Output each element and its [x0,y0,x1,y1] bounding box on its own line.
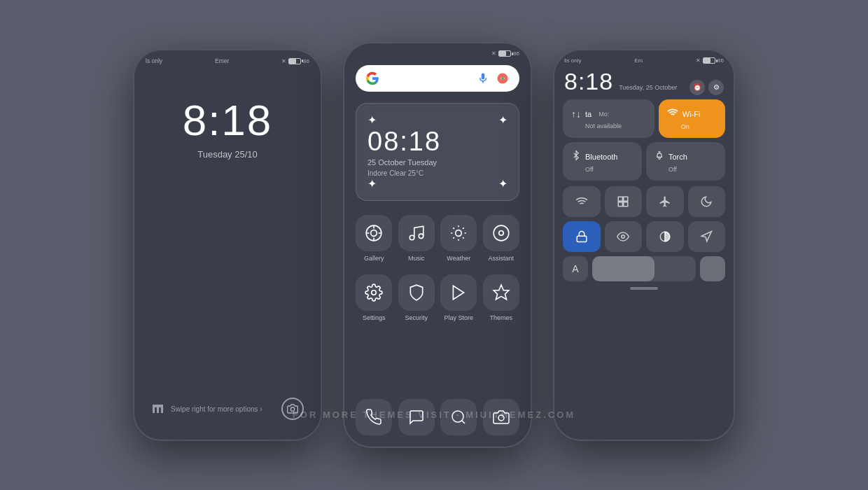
app-assistant[interactable]: Assistant [483,215,520,262]
cc-bluetooth-icon [571,150,581,163]
weather-label: Weather [447,255,470,262]
home-battery-icon [498,50,511,57]
cc-lock-btn[interactable] [563,221,601,252]
cc-wifi-title: Wi-Fi [682,110,701,118]
widget-corner-bottom: ✦ ✦ [368,177,507,190]
cc-bluetooth-tile[interactable]: Bluetooth Off [563,142,642,181]
voice-search-icon[interactable] [476,71,490,85]
swipe-text: Swipe right for more options › [171,405,262,413]
cc-home-indicator[interactable] [630,287,658,290]
svg-rect-18 [619,202,623,206]
phone-1-lockscreen: ls only Emer ✕ 86 8:18 Tuesday 25/10 [133,49,322,441]
security-label: Security [405,314,428,321]
lockscreen: ls only Emer ✕ 86 8:18 Tuesday 25/10 [134,50,321,440]
lens-search-icon[interactable] [496,71,510,85]
phone-3-controlcenter: lls only Em ✕ 86 8:18 Tuesday, 25 Octobe… [553,49,735,441]
widget-corner-bl-icon: ✦ [368,177,377,190]
cc-time-row: 8:18 Tuesday, 25 October ⏰ ⚙ [554,66,734,99]
cc-time-display: 8:18 [564,68,613,95]
app-playstore[interactable]: Play Store [440,274,477,321]
svg-point-8 [493,225,509,241]
search-action-icons [476,71,510,85]
cc-brightness-fill [592,256,654,281]
cc-header-icons: ⏰ ⚙ [690,80,724,95]
cc-wifi-status: On [667,123,717,130]
homescreen: ✕ 86 [344,43,531,447]
mi-logo-icon [151,402,165,416]
widget-corner-br-icon: ✦ [498,177,507,190]
cc-contrast-btn[interactable] [646,221,684,252]
gallery-icon [356,215,392,251]
cc-small-row-1 [554,186,734,217]
playstore-label: Play Store [444,314,473,321]
cc-data-subtitle: Mo: [598,111,609,118]
cc-data-title: ta [585,110,592,118]
svg-marker-11 [454,286,464,300]
cc-status-middle: Em [634,57,643,64]
cc-status-bar: lls only Em ✕ 86 [554,50,734,66]
cc-alarm-icon[interactable]: ⏰ [690,80,705,95]
app-themes[interactable]: Themes [483,274,520,321]
cc-torch-status: Off [654,166,717,173]
lock-time: 8:18 [134,95,321,145]
cc-wifi-tile[interactable]: Wi-Fi On [659,99,725,138]
phone-2-homescreen: ✕ 86 [343,42,532,448]
app-settings[interactable]: Settings [356,274,393,321]
home-status-right: ✕ 86 [491,50,519,57]
cc-torch-tile[interactable]: Torch Off [646,142,725,181]
google-logo-icon [365,71,379,85]
cc-settings-icon[interactable]: ⚙ [708,80,724,95]
svg-point-5 [410,235,414,240]
svg-rect-19 [624,202,628,206]
svg-rect-20 [577,236,587,241]
app-gallery[interactable]: Gallery [356,215,393,262]
assistant-label: Assistant [488,255,514,262]
cc-battery-icon [703,57,715,64]
svg-point-7 [456,230,462,237]
cc-torch-icon [654,150,664,163]
cc-moon-btn[interactable] [688,186,726,217]
cc-row-1: ↑↓ ta Mo: Not available Wi-Fi [554,99,734,138]
cc-location-btn[interactable] [688,221,726,252]
app-weather[interactable]: Weather [440,215,477,262]
cc-airplane-btn[interactable] [646,186,684,217]
lock-swipe-hint[interactable]: Swipe right for more options › [151,402,262,416]
cc-date-display: Tuesday, 25 October [619,84,677,91]
cc-expand-btn[interactable] [605,186,643,217]
phones-container: ls only Emer ✕ 86 8:18 Tuesday 25/10 [133,42,735,448]
lock-battery-icon [288,58,301,64]
cc-battery-fill [704,58,710,63]
assistant-icon [483,215,519,251]
svg-rect-17 [624,197,628,201]
cc-data-tile[interactable]: ↑↓ ta Mo: Not available [563,99,654,138]
lock-status-middle: Emer [215,57,229,64]
svg-point-2 [501,77,504,80]
lock-battery-level: 86 [303,58,309,64]
widget-date: 25 October Tuesday [368,158,507,167]
playstore-icon [440,274,477,311]
home-status-bar: ✕ 86 [344,43,531,59]
svg-line-14 [462,421,465,424]
themes-label: Themes [489,314,512,321]
cc-eye-btn[interactable] [605,221,643,252]
app-security[interactable]: Security [398,274,435,321]
cc-font-icon[interactable]: A [563,256,588,281]
cc-brightness-row: A [554,252,734,281]
cc-status-right: ✕ 86 [696,57,724,64]
home-battery-fill [499,51,506,56]
svg-rect-16 [619,197,623,201]
home-battery-level: 86 [513,50,519,57]
svg-point-9 [499,231,504,236]
svg-point-10 [372,290,377,295]
cc-brightness-slider[interactable] [592,256,696,281]
search-bar[interactable] [356,65,519,92]
cc-data-status: Not available [571,122,646,130]
clock-weather-widget: ✦ ✦ 08:18 25 October Tuesday Indore Clea… [356,103,519,201]
cc-wifi-toggle-btn[interactable] [563,186,601,217]
lock-date: Tuesday 25/10 [134,149,321,160]
widget-corner-tl-icon: ✦ [368,113,377,127]
gallery-label: Gallery [364,255,384,262]
app-music[interactable]: Music [398,215,435,262]
cc-bluetooth-status: Off [571,166,634,173]
lock-status-bar: ls only Emer ✕ 86 [134,50,321,67]
